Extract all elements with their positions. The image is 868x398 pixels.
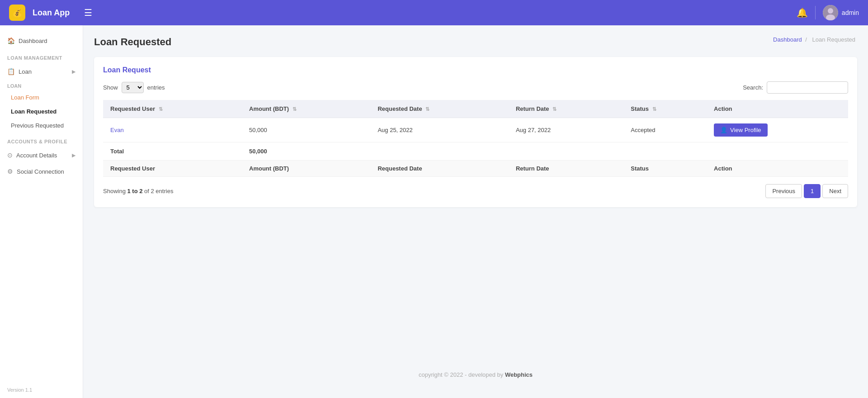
breadcrumb: Dashboard / Loan Requested xyxy=(773,36,857,43)
th-status: Status ⇅ xyxy=(623,100,707,118)
td-return-date: Aug 27, 2022 xyxy=(509,118,623,142)
footer-header-row: Requested UserAmount (BDT)Requested Date… xyxy=(103,161,848,177)
sort-icon-return-date: ⇅ xyxy=(552,106,557,112)
footer-th: Action xyxy=(707,161,848,177)
social-connection-label: Social Connection xyxy=(17,168,64,175)
sort-icon-amount: ⇅ xyxy=(292,106,297,112)
spacer xyxy=(94,207,857,362)
sidebar-subitem-loan-requested[interactable]: Loan Requested xyxy=(0,104,83,118)
topnav-left: 💰 Loan App ☰ xyxy=(9,5,92,21)
account-details-label: Account Details xyxy=(16,152,57,159)
footer-th: Requested User xyxy=(103,161,242,177)
search-area: Search: xyxy=(743,81,848,94)
entries-select[interactable]: 5 10 25 xyxy=(122,82,144,93)
search-label: Search: xyxy=(743,84,763,91)
topnav: 💰 Loan App ☰ 🔔 admin xyxy=(0,0,868,25)
footer-th: Status xyxy=(623,161,707,177)
logo-icon: 💰 xyxy=(9,5,25,21)
nav-divider xyxy=(815,6,816,19)
breadcrumb-current: Loan Requested xyxy=(812,36,855,43)
app-title: Loan App xyxy=(33,8,70,18)
loan-sub-title: LOAN xyxy=(0,80,83,90)
th-requested-user: Requested User ⇅ xyxy=(103,100,242,118)
showing-text: Showing 1 to 2 of 2 entries xyxy=(103,188,173,194)
sort-icon-user: ⇅ xyxy=(159,106,163,112)
user-profile-icon: 👤 xyxy=(720,127,727,133)
sidebar: 🏠 Dashboard LOAN MANAGEMENT 📋 Loan ▶ LOA… xyxy=(0,25,83,398)
avatar xyxy=(823,5,838,20)
sidebar-loan-label: Loan xyxy=(19,68,32,75)
th-amount: Amount (BDT) ⇅ xyxy=(242,100,370,118)
footer-th: Return Date xyxy=(509,161,623,177)
user-link[interactable]: Evan xyxy=(110,127,124,133)
showing-range: 1 to 2 xyxy=(127,188,142,194)
account-details-icon: ⊙ xyxy=(7,152,13,159)
main-content: Loan Requested Dashboard / Loan Requeste… xyxy=(83,25,868,398)
social-icon: ⚙ xyxy=(7,168,13,175)
table-footer: Showing 1 to 2 of 2 entries Previous 1 N… xyxy=(103,184,848,198)
footer-brand: Webphics xyxy=(505,371,533,378)
sort-icon-status: ⇅ xyxy=(652,106,656,112)
loan-table: Requested User ⇅ Amount (BDT) ⇅ Requeste… xyxy=(103,100,848,177)
breadcrumb-row: Loan Requested Dashboard / Loan Requeste… xyxy=(94,36,857,48)
previous-button[interactable]: Previous xyxy=(765,184,802,198)
loan-submenu: LOAN Loan Form Loan Requested Previous R… xyxy=(0,80,83,133)
show-entries: Show 5 10 25 entries xyxy=(103,82,165,93)
sidebar-dashboard-label: Dashboard xyxy=(19,38,47,44)
sidebar-item-account-details[interactable]: ⊙ Account Details ▶ xyxy=(0,147,83,163)
pagination: Previous 1 Next xyxy=(765,184,848,198)
loan-icon: 📋 xyxy=(7,68,15,75)
total-amount: 50,000 xyxy=(242,142,370,161)
loan-management-title: LOAN MANAGEMENT xyxy=(0,49,83,63)
th-action: Action xyxy=(707,100,848,118)
footer-th: Amount (BDT) xyxy=(242,161,370,177)
chevron-right-icon-2: ▶ xyxy=(72,152,75,158)
sidebar-version: Version 1.1 xyxy=(0,382,83,398)
view-profile-button[interactable]: 👤 View Profile xyxy=(714,123,767,137)
total-label: Total xyxy=(103,142,242,161)
search-input[interactable] xyxy=(767,81,848,94)
sidebar-subitem-previous-requested[interactable]: Previous Requested xyxy=(0,118,83,133)
sidebar-item-dashboard[interactable]: 🏠 Dashboard xyxy=(0,33,83,49)
card-title: Loan Request xyxy=(103,66,848,74)
td-status: Accepted xyxy=(623,118,707,142)
topnav-right: 🔔 admin xyxy=(797,5,859,20)
sidebar-item-social-connection[interactable]: ⚙ Social Connection xyxy=(0,163,83,180)
sort-icon-req-date: ⇅ xyxy=(425,106,429,112)
footer-th: Requested Date xyxy=(370,161,509,177)
th-return-date: Return Date ⇅ xyxy=(509,100,623,118)
accounts-title: ACCOUNTS & PROFILE xyxy=(0,133,83,147)
admin-area[interactable]: admin xyxy=(823,5,859,20)
svg-point-1 xyxy=(828,8,833,14)
table-header-row: Requested User ⇅ Amount (BDT) ⇅ Requeste… xyxy=(103,100,848,118)
footer: copyright © 2022 - developed by Webphics xyxy=(94,362,857,387)
admin-name: admin xyxy=(842,9,859,16)
loan-request-card: Loan Request Show 5 10 25 entries Search… xyxy=(94,57,857,207)
td-user: Evan xyxy=(103,118,242,142)
total-row: Total 50,000 xyxy=(103,142,848,161)
next-button[interactable]: Next xyxy=(822,184,848,198)
table-controls: Show 5 10 25 entries Search: xyxy=(103,81,848,94)
table-row: Evan 50,000 Aug 25, 2022 Aug 27, 2022 Ac… xyxy=(103,118,848,142)
breadcrumb-dashboard-link[interactable]: Dashboard xyxy=(773,36,802,43)
hamburger-icon[interactable]: ☰ xyxy=(84,7,92,18)
bell-icon[interactable]: 🔔 xyxy=(797,7,808,18)
breadcrumb-separator: / xyxy=(805,36,807,43)
chevron-right-icon: ▶ xyxy=(72,69,75,75)
dashboard-icon: 🏠 xyxy=(7,37,15,44)
page-title: Loan Requested xyxy=(94,36,171,48)
entries-label: entries xyxy=(147,84,165,91)
page-1-button[interactable]: 1 xyxy=(804,184,821,198)
td-amount: 50,000 xyxy=(242,118,370,142)
show-label: Show xyxy=(103,84,118,91)
sidebar-item-loan[interactable]: 📋 Loan ▶ xyxy=(0,63,83,80)
layout: 🏠 Dashboard LOAN MANAGEMENT 📋 Loan ▶ LOA… xyxy=(0,25,868,398)
td-action: 👤 View Profile xyxy=(707,118,848,142)
td-requested-date: Aug 25, 2022 xyxy=(370,118,509,142)
sidebar-subitem-loan-form[interactable]: Loan Form xyxy=(0,90,83,104)
th-requested-date: Requested Date ⇅ xyxy=(370,100,509,118)
